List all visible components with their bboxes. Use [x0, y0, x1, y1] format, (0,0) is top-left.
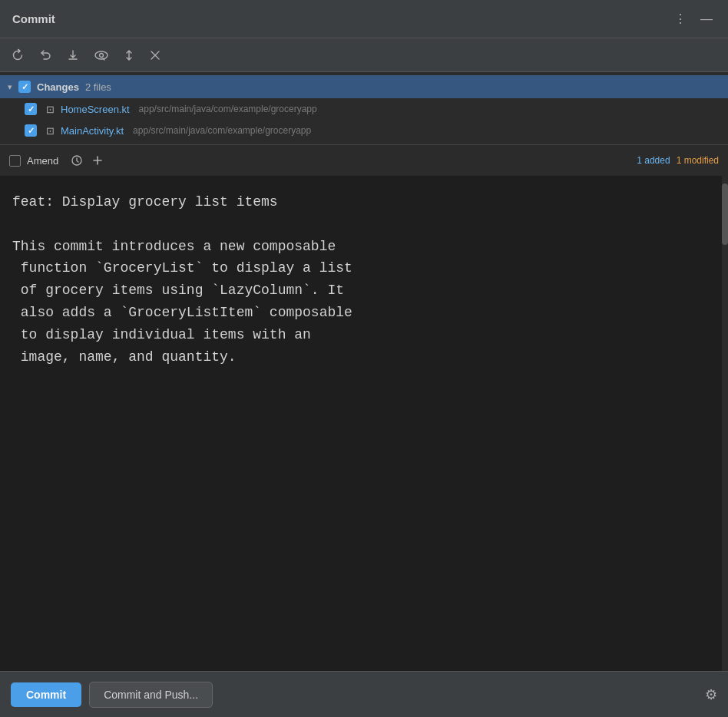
- amend-row: Amend 1 added 1 modified: [0, 144, 728, 176]
- arrows-button[interactable]: [121, 47, 137, 64]
- download-icon: [66, 48, 80, 62]
- commit-button[interactable]: Commit: [11, 682, 81, 707]
- amend-label: Amend: [27, 155, 58, 167]
- bottom-bar: Commit Commit and Push... ⚙: [0, 671, 728, 717]
- download-button[interactable]: [65, 47, 81, 64]
- amend-checkbox[interactable]: [9, 155, 21, 167]
- file-name-homescreen: HomeScreen.kt: [61, 104, 130, 115]
- preview-button[interactable]: [92, 47, 111, 64]
- scrollbar-thumb[interactable]: [722, 183, 728, 245]
- commit-message-area[interactable]: feat: Display grocery list items This co…: [0, 176, 728, 671]
- commit-message-text: feat: Display grocery list items This co…: [12, 191, 716, 368]
- svg-point-0: [95, 51, 108, 59]
- added-badge: 1 added: [637, 155, 670, 166]
- chevron-icon: ▾: [8, 82, 12, 92]
- changes-label: Changes: [37, 81, 79, 93]
- refresh-icon: [11, 48, 25, 62]
- file-icon-homescreen: ⊡: [46, 104, 55, 115]
- file-row-homescreen[interactable]: ⊡ HomeScreen.kt app/src/main/java/com/ex…: [0, 98, 728, 120]
- changes-checkbox[interactable]: [18, 81, 31, 93]
- file-checkbox-homescreen[interactable]: [25, 103, 37, 115]
- menu-button[interactable]: ⋮: [671, 10, 690, 28]
- files-section: ▾ Changes 2 files ⊡ HomeScreen.kt app/sr…: [0, 72, 728, 144]
- file-path-mainactivity: app/src/main/java/com/example/groceryapp: [133, 125, 311, 136]
- refresh-button[interactable]: [9, 47, 26, 64]
- file-icon-mainactivity: ⊡: [46, 125, 55, 137]
- title-bar-controls: ⋮ —: [671, 10, 716, 28]
- close-button[interactable]: —: [697, 11, 716, 28]
- changes-count: 2 files: [85, 81, 111, 93]
- undo-icon: [38, 48, 52, 62]
- file-name-mainactivity: MainActivity.kt: [61, 125, 124, 137]
- toolbar-close-button[interactable]: [147, 48, 163, 63]
- arrows-icon: [123, 48, 135, 62]
- amend-stats: 1 added 1 modified: [637, 155, 719, 166]
- plus-icon: [92, 155, 103, 166]
- title-bar: Commit ⋮ —: [0, 0, 728, 38]
- scrollbar-track: [722, 176, 728, 671]
- changes-group-row[interactable]: ▾ Changes 2 files: [0, 75, 728, 98]
- svg-point-1: [100, 53, 104, 57]
- clock-icon: [71, 154, 83, 167]
- eye-icon: [94, 48, 109, 62]
- toolbar: [0, 38, 728, 72]
- window-title: Commit: [12, 12, 55, 25]
- history-button[interactable]: [69, 153, 84, 168]
- commit-window: Commit ⋮ —: [0, 0, 728, 717]
- modified-badge: 1 modified: [677, 155, 719, 166]
- settings-button[interactable]: ⚙: [705, 686, 717, 703]
- file-checkbox-mainactivity[interactable]: [25, 124, 37, 137]
- file-path-homescreen: app/src/main/java/com/example/groceryapp: [139, 104, 317, 114]
- undo-button[interactable]: [37, 47, 54, 64]
- add-button[interactable]: [91, 154, 104, 167]
- file-row-mainactivity[interactable]: ⊡ MainActivity.kt app/src/main/java/com/…: [0, 120, 728, 141]
- gear-icon: ⚙: [705, 687, 717, 702]
- close-icon: [149, 49, 161, 61]
- commit-push-button[interactable]: Commit and Push...: [89, 682, 213, 708]
